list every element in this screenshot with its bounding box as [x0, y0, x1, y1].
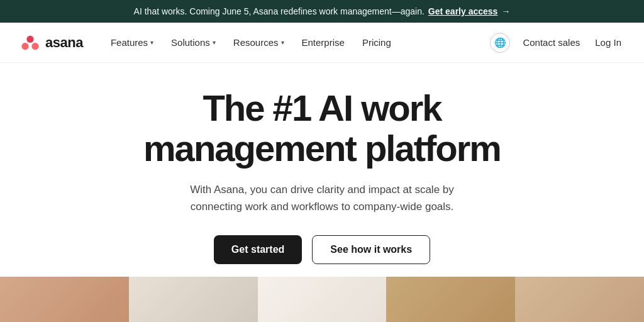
get-started-button[interactable]: Get started [214, 235, 302, 264]
svg-point-0 [26, 35, 33, 42]
hero-title: The #1 AI work management platform [108, 88, 536, 169]
nav-item-features[interactable]: Features ▾ [103, 32, 161, 53]
nav-item-resources[interactable]: Resources ▾ [226, 32, 292, 53]
strip-segment-3 [258, 277, 387, 322]
banner-text: AI that works. Coming June 5, Asana rede… [134, 6, 425, 16]
see-how-it-works-button[interactable]: See how it works [312, 235, 430, 264]
solutions-chevron: ▾ [213, 39, 216, 46]
svg-point-2 [31, 43, 38, 50]
globe-icon[interactable]: 🌐 [490, 33, 510, 53]
logo-icon [20, 33, 40, 53]
logo-text: asana [45, 35, 83, 51]
contact-sales-link[interactable]: Contact sales [520, 32, 582, 53]
strip-segment-1 [0, 277, 129, 322]
announcement-banner: AI that works. Coming June 5, Asana rede… [0, 0, 644, 23]
banner-cta[interactable]: Get early access [428, 6, 498, 16]
enterprise-label: Enterprise [302, 37, 345, 48]
nav-links: Features ▾ Solutions ▾ Resources ▾ Enter… [103, 32, 491, 53]
nav-item-pricing[interactable]: Pricing [355, 32, 399, 53]
strip-segment-4 [386, 277, 515, 322]
hero-buttons: Get started See how it works [214, 235, 430, 264]
nav-right: 🌐 Contact sales Log In [490, 32, 624, 53]
svg-point-1 [21, 43, 28, 50]
resources-label: Resources [233, 37, 279, 48]
nav-item-enterprise[interactable]: Enterprise [294, 32, 352, 53]
navbar: asana Features ▾ Solutions ▾ Resources ▾… [0, 23, 644, 63]
logo[interactable]: asana [20, 33, 83, 53]
bottom-image-strip [0, 277, 644, 322]
features-chevron: ▾ [150, 39, 153, 46]
features-label: Features [111, 37, 148, 48]
strip-segment-5 [515, 277, 644, 322]
resources-chevron: ▾ [281, 39, 284, 46]
solutions-label: Solutions [171, 37, 210, 48]
strip-segment-2 [129, 277, 258, 322]
banner-arrow: → [501, 6, 510, 16]
hero-subtitle: With Asana, you can drive clarity and im… [177, 181, 467, 215]
hero-section: The #1 AI work management platform With … [0, 63, 644, 277]
nav-item-solutions[interactable]: Solutions ▾ [164, 32, 223, 53]
pricing-label: Pricing [362, 37, 391, 48]
login-button[interactable]: Log In [592, 32, 624, 53]
